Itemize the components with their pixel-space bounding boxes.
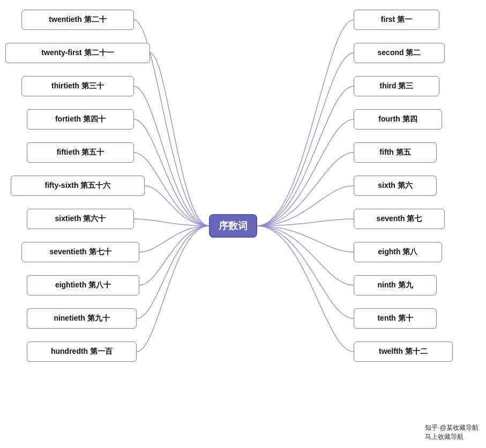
- right-node-second: second 第二: [354, 43, 445, 63]
- left-node-sixtieth: sixtieth 第六十: [27, 209, 134, 229]
- right-node-seventh: seventh 第七: [354, 209, 445, 229]
- left-node-ninetieth: ninetieth 第九十: [27, 308, 137, 329]
- right-node-twelfth: twelfth 第十二: [354, 341, 453, 362]
- center-node: 序数词: [209, 214, 257, 238]
- left-node-thirtieth: thirtieth 第三十: [21, 76, 134, 96]
- right-node-fifth: fifth 第五: [354, 142, 437, 163]
- right-node-tenth: tenth 第十: [354, 308, 437, 329]
- left-node-fiftieth: fiftieth 第五十: [27, 142, 134, 163]
- right-node-first: first 第一: [354, 10, 439, 30]
- left-node-fiftysixth: fifty-sixth 第五十六: [11, 176, 145, 196]
- right-node-third: third 第三: [354, 76, 439, 96]
- left-node-eightieth: eightieth 第八十: [27, 275, 139, 295]
- right-node-ninth: ninth 第九: [354, 275, 437, 295]
- left-node-fortieth: fortieth 第四十: [27, 109, 134, 130]
- right-node-fourth: fourth 第四: [354, 109, 442, 130]
- mind-map: 序数词 first 第一second 第二third 第三fourth 第四fi…: [0, 0, 486, 448]
- watermark: 知乎·@某收藏导航马上收藏导航: [423, 422, 481, 443]
- left-node-hundredth: hundredth 第一百: [27, 341, 137, 362]
- right-node-eighth: eighth 第八: [354, 242, 442, 262]
- right-node-sixth: sixth 第六: [354, 176, 437, 196]
- left-node-twentyfirst: twenty-first 第二十一: [5, 43, 150, 63]
- center-label: 序数词: [219, 219, 248, 232]
- left-node-seventieth: seventieth 第七十: [21, 242, 139, 262]
- left-node-twentieth: twentieth 第二十: [21, 10, 134, 30]
